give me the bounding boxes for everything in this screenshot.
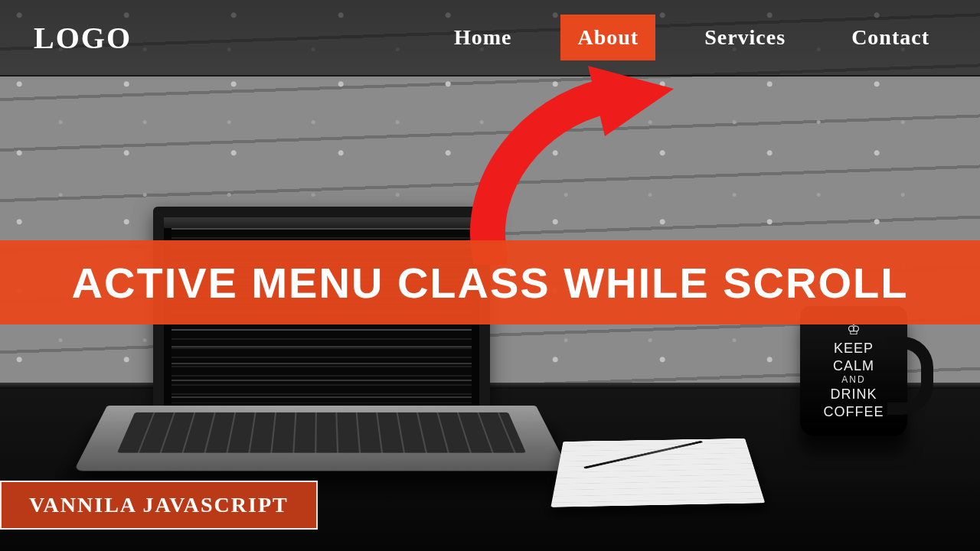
title-banner: ACTIVE MENU CLASS WHILE SCROLL [0, 240, 980, 324]
coffee-mug: ♔ KEEP CALM AND DRINK COFFEE [800, 306, 907, 436]
screen-titlebar [164, 217, 479, 228]
title-text: ACTIVE MENU CLASS WHILE SCROLL [72, 258, 909, 308]
nav-services[interactable]: Services [688, 15, 802, 60]
nav-home[interactable]: Home [437, 15, 529, 60]
mug-line-2: CALM [833, 358, 874, 373]
site-header: LOGO Home About Services Contact [0, 0, 980, 77]
subtitle-text: VANNILA JAVASCRIPT [29, 493, 289, 517]
subtitle-tag: VANNILA JAVASCRIPT [0, 481, 318, 530]
notebook-page [550, 439, 765, 507]
main-nav: Home About Services Contact [437, 15, 946, 60]
mug-line-4: COFFEE [823, 404, 884, 419]
nav-about[interactable]: About [560, 15, 655, 60]
mug-text: KEEP CALM AND DRINK COFFEE [800, 340, 907, 420]
paper-notebook [550, 439, 765, 507]
mug-line-3: DRINK [830, 386, 877, 402]
site-logo[interactable]: LOGO [34, 20, 132, 56]
nav-contact[interactable]: Contact [835, 15, 946, 60]
mug-line-1: KEEP [834, 341, 874, 356]
thumbnail-stage: ♔ KEEP CALM AND DRINK COFFEE LOGO Home A… [0, 0, 980, 551]
mug-line-and: AND [800, 374, 907, 386]
laptop-keyboard [74, 406, 569, 471]
